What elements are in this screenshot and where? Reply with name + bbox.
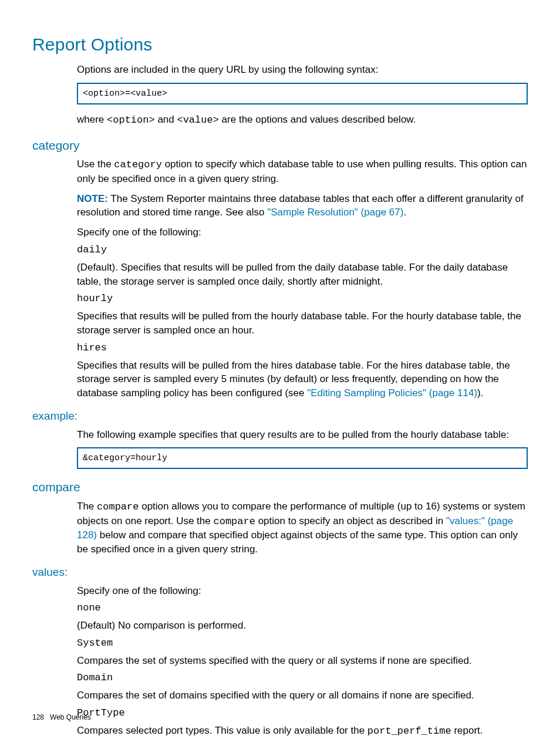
value-hourly-desc: Specifies that results will be pulled fr… [77,309,528,337]
value-none-code: none [77,601,528,615]
intro-text: Options are included in the query URL by… [77,63,528,77]
heading-category: category [32,137,528,154]
value-none-desc: (Default) No comparison is performed. [77,619,528,633]
text-fragment: where [77,114,107,125]
text-fragment: are the options and values described bel… [219,114,416,125]
example-text: The following example specifies that que… [77,428,528,442]
link-editing-sampling-policies[interactable]: "Editing Sampling Policies" (page 114) [307,387,477,399]
category-intro: Use the category option to specify which… [77,157,528,186]
heading-compare: compare [32,478,528,495]
inline-code-compare: compare [213,516,255,527]
text-fragment: and [155,114,177,125]
note-paragraph: NOTE: The System Reporter maintains thre… [77,192,528,220]
value-hires-desc: Specifies that results will be pulled fr… [77,359,528,400]
inline-code-port-perf-time: port_perf_time [367,725,451,737]
value-hires-code: hires [77,341,528,355]
text-fragment: below and compare that specified object … [77,529,518,555]
values-specify: Specify one of the following: [77,584,528,598]
text-fragment: report. [451,725,483,736]
text-fragment: The [77,501,97,512]
heading-values: values: [32,565,528,580]
footer-page-number: 128 [32,713,44,721]
page-footer: 128Web Queries [32,713,91,723]
specify-line: Specify one of the following: [77,225,528,239]
values-block: Specify one of the following: none (Defa… [77,584,528,738]
text-fragment: option to specify an object as described… [255,515,446,526]
text-fragment: . [403,207,406,218]
value-domain-code: Domain [77,671,528,685]
heading-report-options: Report Options [32,32,528,57]
category-block: Use the category option to specify which… [77,157,528,400]
compare-text: The compare option allows you to compare… [77,499,528,556]
code-box-example: &category=hourly [77,447,528,469]
value-daily-code: daily [77,243,528,257]
value-system-code: System [77,636,528,650]
page-content: Report Options Options are included in t… [0,0,560,738]
inline-code-category: category [114,159,162,170]
text-fragment: Compares selected port types. This value… [77,725,367,736]
value-porttype-desc: Compares selected port types. This value… [77,724,528,738]
text-fragment: Use the [77,158,114,170]
example-block: The following example specifies that que… [77,428,528,470]
value-system-desc: Compares the set of systems specified wi… [77,654,528,668]
note-label: NOTE: [77,193,108,204]
value-domain-desc: Compares the set of domains specified wi… [77,688,528,703]
heading-example: example: [32,409,528,424]
inline-code-option: <option> [107,114,155,126]
code-box-syntax: <option>=<value> [77,83,528,104]
inline-code-compare: compare [97,501,139,512]
intro-block: Options are included in the query URL by… [77,63,528,127]
text-fragment: ). [477,387,483,399]
value-daily-desc: (Default). Specifies that results will b… [77,261,528,289]
inline-code-value: <value> [177,114,218,126]
link-sample-resolution[interactable]: "Sample Resolution" (page 67) [267,207,403,218]
footer-section-title: Web Queries [50,713,91,721]
value-porttype-code: PortType [77,706,528,720]
value-hourly-code: hourly [77,292,528,306]
compare-block: The compare option allows you to compare… [77,499,528,556]
intro-where-text: where <option> and <value> are the optio… [77,113,528,127]
